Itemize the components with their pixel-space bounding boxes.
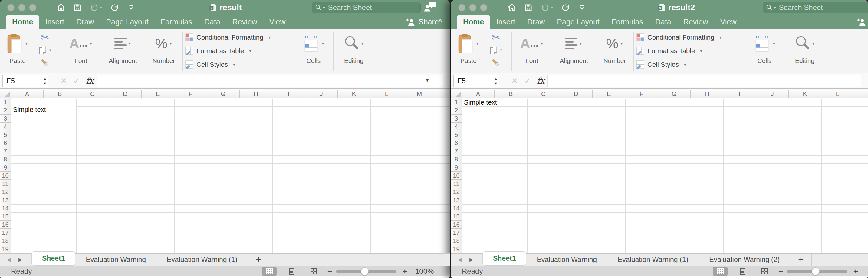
format-as-table-button[interactable]: Format as Table ▼ xyxy=(185,44,252,58)
column-header[interactable]: J xyxy=(756,90,789,98)
ribbon-tab[interactable]: Home xyxy=(457,15,490,29)
row-header[interactable]: 8 xyxy=(451,155,462,164)
cut-button[interactable]: ✂ xyxy=(41,31,49,44)
column-header[interactable]: B xyxy=(43,90,76,98)
row-header[interactable]: 5 xyxy=(0,131,10,139)
row-header[interactable]: 5 xyxy=(451,131,462,139)
select-all-corner[interactable] xyxy=(451,90,462,98)
page-break-view-button[interactable] xyxy=(306,267,321,276)
copy-button[interactable]: ▼ xyxy=(38,44,52,57)
ribbon-tab[interactable]: Page Layout xyxy=(100,15,154,29)
merged-cell-A1-B2[interactable]: Simple text xyxy=(11,99,76,115)
cell-grid[interactable]: Simple text xyxy=(11,99,450,253)
zoom-in-button[interactable]: + xyxy=(854,266,858,277)
column-header[interactable]: L xyxy=(822,90,854,98)
cell-styles-caret[interactable]: ▼ xyxy=(232,63,236,67)
column-header[interactable]: M xyxy=(403,90,436,98)
font-caret[interactable]: ▼ xyxy=(540,42,544,45)
editing-group[interactable]: ▼ Editing xyxy=(336,29,372,73)
conditional-formatting-caret[interactable]: ▼ xyxy=(719,36,722,39)
ribbon-tab[interactable]: Formulas xyxy=(606,15,649,29)
editing-caret[interactable]: ▼ xyxy=(361,42,364,45)
undo-button[interactable]: ▼ xyxy=(90,3,103,12)
undo-menu-caret[interactable]: ▼ xyxy=(550,5,554,10)
column-header[interactable]: H xyxy=(691,90,723,98)
confirm-entry-button[interactable]: ✓ xyxy=(73,76,80,86)
row-header[interactable]: 13 xyxy=(451,196,462,204)
column-header[interactable]: N xyxy=(436,90,450,98)
home-quick-button[interactable] xyxy=(56,3,65,12)
number-caret[interactable]: ▼ xyxy=(169,42,173,45)
comments-button[interactable] xyxy=(424,2,436,14)
search-scope-caret[interactable]: ▾ xyxy=(774,5,776,10)
formula-input[interactable] xyxy=(97,75,443,87)
ribbon-tab[interactable]: Draw xyxy=(70,15,100,29)
collapse-ribbon-button[interactable]: ^ xyxy=(438,15,442,29)
formula-expand-caret[interactable]: ▼ xyxy=(425,78,430,83)
format-as-table-caret[interactable]: ▼ xyxy=(700,49,703,53)
zoom-in-button[interactable]: + xyxy=(403,266,407,277)
row-header[interactable]: 2 xyxy=(451,106,462,114)
column-header[interactable]: A xyxy=(11,90,43,98)
undo-menu-caret[interactable]: ▼ xyxy=(99,5,103,10)
ribbon-tab[interactable]: Insert xyxy=(39,15,70,29)
add-sheet-button[interactable]: + xyxy=(248,253,269,266)
zoom-slider-thumb[interactable] xyxy=(812,268,819,275)
toolbar-options-button[interactable] xyxy=(127,4,135,11)
stepper-down-icon[interactable]: ▼ xyxy=(43,81,46,86)
sheet-tab[interactable]: Sheet1 xyxy=(483,251,526,266)
row-header[interactable]: 3 xyxy=(0,114,10,123)
row-header[interactable]: 16 xyxy=(0,220,10,229)
stepper-up-icon[interactable]: ▲ xyxy=(43,76,46,81)
column-header[interactable]: A xyxy=(462,90,495,98)
paste-group[interactable]: ▼ Paste xyxy=(454,29,483,73)
alignment-caret[interactable]: ▼ xyxy=(128,42,131,45)
editing-group[interactable]: ▼ Editing xyxy=(787,29,823,73)
close-window-button[interactable] xyxy=(7,4,14,11)
row-header[interactable]: 6 xyxy=(451,139,462,147)
add-sheet-button[interactable]: + xyxy=(790,253,812,266)
ribbon-tab[interactable]: View xyxy=(263,15,292,29)
number-group[interactable]: % ▼ Number xyxy=(598,29,631,73)
ribbon-tab[interactable]: Review xyxy=(677,15,714,29)
row-header[interactable]: 7 xyxy=(451,147,462,155)
column-header[interactable]: F xyxy=(625,90,658,98)
column-header[interactable]: H xyxy=(240,90,272,98)
column-header[interactable]: K xyxy=(338,90,370,98)
formula-input[interactable] xyxy=(548,75,861,87)
font-caret[interactable]: ▼ xyxy=(89,42,93,45)
ribbon-tab[interactable]: View xyxy=(714,15,743,29)
column-header[interactable]: J xyxy=(305,90,338,98)
ribbon-tab[interactable]: Home xyxy=(6,15,39,29)
cell-grid[interactable]: Simple text xyxy=(462,99,868,253)
sheet-tab[interactable]: Sheet1 xyxy=(31,251,75,266)
ribbon-tab[interactable]: Data xyxy=(198,15,226,29)
normal-view-button[interactable] xyxy=(262,267,277,276)
cells-group[interactable]: ▼ Cells xyxy=(747,29,782,73)
sheet-tab[interactable]: Evaluation Warning (1) xyxy=(156,253,248,266)
column-header[interactable]: C xyxy=(527,90,560,98)
paste-caret[interactable]: ▼ xyxy=(25,42,28,45)
zoom-out-button[interactable]: − xyxy=(328,266,332,277)
share-button[interactable]: Share xyxy=(406,15,439,29)
ribbon-tab[interactable]: Formulas xyxy=(155,15,198,29)
sheet-tab[interactable]: Evaluation Warning (1) xyxy=(608,253,699,266)
toolbar-options-button[interactable] xyxy=(578,4,586,11)
alignment-caret[interactable]: ▼ xyxy=(579,42,582,45)
copy-caret[interactable]: ▼ xyxy=(499,48,503,52)
name-box-steppers[interactable]: ▲ ▼ xyxy=(494,76,498,86)
column-header[interactable]: M xyxy=(854,90,868,98)
next-sheet-arrow[interactable]: ▶ xyxy=(19,256,22,263)
format-painter-button[interactable] xyxy=(492,57,501,69)
row-header[interactable]: 11 xyxy=(451,180,462,188)
row-header[interactable]: 4 xyxy=(451,123,462,131)
row-header[interactable]: 16 xyxy=(451,220,462,229)
page-layout-view-button[interactable] xyxy=(284,267,299,276)
stepper-up-icon[interactable]: ▲ xyxy=(494,76,498,81)
normal-view-button[interactable] xyxy=(713,267,727,276)
zoom-window-button[interactable] xyxy=(29,4,36,11)
row-header[interactable]: 6 xyxy=(0,139,10,147)
column-header[interactable]: D xyxy=(560,90,593,98)
cell-styles-button[interactable]: Cell Styles ▼ xyxy=(636,58,687,71)
row-header[interactable]: 15 xyxy=(0,212,10,220)
